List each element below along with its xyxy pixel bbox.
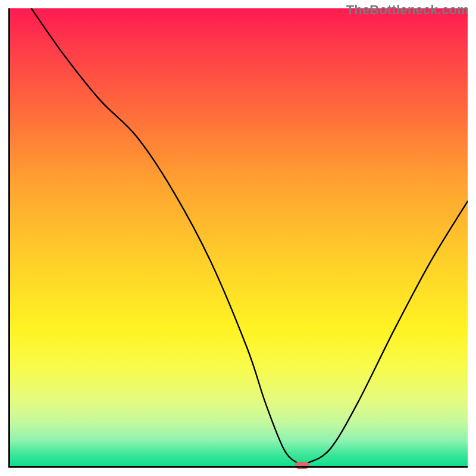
watermark-text: TheBottleneck.com	[346, 2, 469, 18]
chart-container: TheBottleneck.com	[0, 0, 476, 476]
plot-area	[8, 8, 468, 468]
bottleneck-curve	[8, 8, 468, 468]
y-axis-line	[8, 8, 10, 468]
x-axis-line	[8, 466, 468, 468]
